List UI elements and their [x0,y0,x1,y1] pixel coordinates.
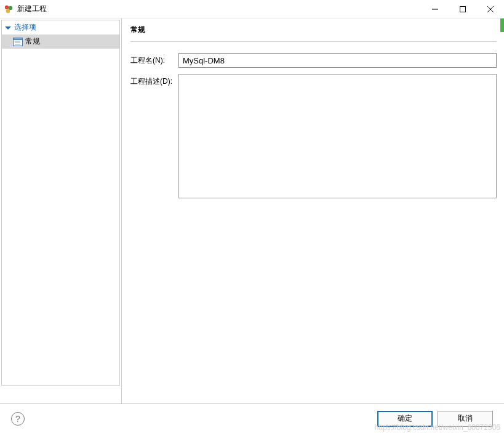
tree-root-select[interactable]: 选择项 [2,20,119,34]
main-container: 选择项 常规 常规 工程名(N): 工程描述(D): [0,18,504,403]
section-title: 常规 [130,25,497,42]
project-name-label: 工程名(N): [130,53,178,66]
content-area: 常规 工程名(N): 工程描述(D): [122,18,504,403]
green-indicator [500,18,504,32]
project-name-input[interactable] [178,53,497,68]
help-icon: ? [15,414,20,424]
titlebar: 新建工程 [0,0,504,18]
window-controls [421,0,504,18]
project-desc-row: 工程描述(D): [130,74,497,198]
panel-icon [13,37,23,47]
sidebar: 选择项 常规 [0,18,122,403]
svg-marker-7 [5,26,11,30]
project-desc-label: 工程描述(D): [130,74,178,87]
minimize-button[interactable] [421,0,449,18]
svg-point-0 [5,5,9,9]
svg-point-1 [9,6,12,9]
app-icon [4,4,14,14]
tree-item-general[interactable]: 常规 [2,34,119,49]
bottom-bar: ? 确定 取消 [0,403,504,433]
project-desc-textarea[interactable] [178,74,497,198]
ok-button[interactable]: 确定 [377,411,433,427]
tree-root-label: 选择项 [14,22,36,33]
cancel-button[interactable]: 取消 [438,411,493,427]
help-button[interactable]: ? [11,412,25,426]
maximize-button[interactable] [449,0,476,18]
close-button[interactable] [476,0,504,18]
svg-rect-4 [460,7,465,12]
svg-rect-9 [14,38,23,39]
project-name-row: 工程名(N): [130,53,497,68]
tree-collapse-icon[interactable] [4,24,12,31]
tree-item-label: 常规 [25,36,40,47]
window-title: 新建工程 [17,4,421,14]
svg-point-2 [6,9,10,12]
